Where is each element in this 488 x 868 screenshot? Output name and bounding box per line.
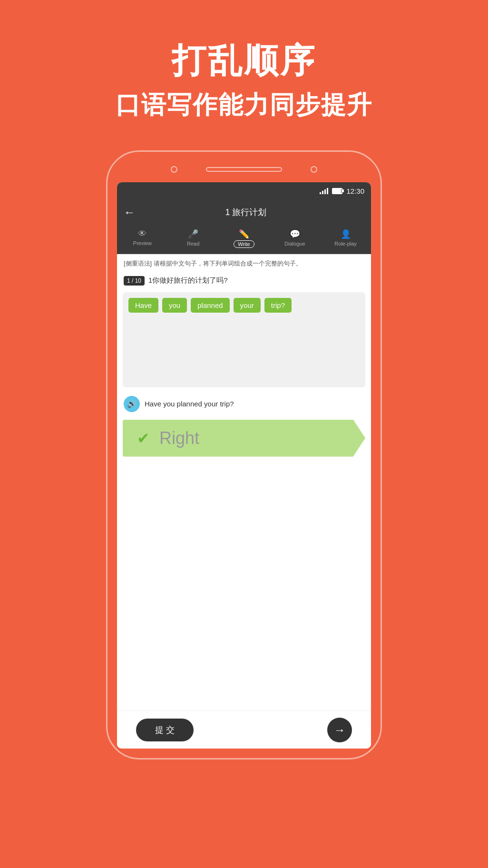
word-chip-planned[interactable]: planned (191, 298, 229, 313)
word-chips: Have you planned your trip? (128, 298, 360, 313)
submit-button[interactable]: 提 交 (136, 719, 194, 741)
result-label: Right (159, 428, 199, 448)
word-area: Have you planned your trip? (123, 292, 365, 387)
tab-preview[interactable]: 👁 Preview (117, 229, 168, 248)
app-title: 1 旅行计划 (142, 207, 364, 218)
content-area: [侧重语法] 请根据中文句子，将下列单词组合成一个完整的句子。 1 / 10 1… (117, 254, 371, 710)
instruction-text: [侧重语法] 请根据中文句子，将下列单词组合成一个完整的句子。 (117, 254, 371, 273)
battery-icon (332, 188, 342, 194)
result-banner: ✔ Right (123, 420, 365, 457)
dialogue-icon: 💬 (290, 229, 300, 239)
word-chip-you[interactable]: you (162, 298, 187, 313)
camera-dot-right (311, 166, 317, 173)
speaker-button[interactable]: 🔊 (124, 396, 140, 412)
answer-text: Have you planned your trip? (145, 400, 234, 408)
header-line1: 打乱顺序 (116, 38, 372, 84)
phone-top-bar (117, 161, 371, 178)
tab-roleplay[interactable]: 👤 Role-play (320, 229, 371, 248)
header-line2: 口语写作能力同步提升 (116, 89, 372, 122)
speaker-bar (206, 167, 282, 172)
answer-row: 🔊 Have you planned your trip? (117, 391, 371, 417)
tab-dialogue-label: Dialogue (284, 240, 305, 247)
app-header: ← 1 旅行计划 (117, 199, 371, 225)
question-text: 1你做好旅行的计划了吗? (148, 276, 228, 285)
tab-write[interactable]: ✏️ Write (219, 229, 270, 248)
word-chip-your[interactable]: your (234, 298, 261, 313)
tab-read-label: Read (187, 240, 199, 247)
phone-frame: 12:30 ← 1 旅行计划 👁 Preview 🎤 Read ✏️ Write… (106, 150, 382, 760)
tab-bar: 👁 Preview 🎤 Read ✏️ Write 💬 Dialogue 👤 R… (117, 225, 371, 254)
check-icon: ✔ (137, 429, 150, 447)
eye-icon: 👁 (138, 229, 146, 239)
word-chip-trip[interactable]: trip? (264, 298, 292, 313)
mic-icon: 🎤 (188, 229, 198, 239)
pencil-icon: ✏️ (239, 229, 249, 239)
roleplay-icon: 👤 (341, 229, 351, 239)
phone-screen: 12:30 ← 1 旅行计划 👁 Preview 🎤 Read ✏️ Write… (117, 182, 371, 749)
camera-dot-left (171, 166, 177, 173)
status-bar: 12:30 (117, 182, 371, 199)
tab-dialogue[interactable]: 💬 Dialogue (269, 229, 320, 248)
tab-preview-label: Preview (133, 240, 152, 247)
tab-roleplay-label: Role-play (334, 240, 356, 247)
bottom-bar: 提 交 → (117, 710, 371, 749)
next-button[interactable]: → (327, 718, 352, 742)
tab-write-label: Write (234, 240, 254, 248)
word-chip-have[interactable]: Have (128, 298, 158, 313)
back-button[interactable]: ← (124, 206, 135, 219)
signal-icon (320, 187, 328, 194)
question-badge: 1 / 10 (124, 276, 145, 286)
speaker-icon: 🔊 (127, 399, 137, 408)
question-row: 1 / 10 1你做好旅行的计划了吗? (117, 273, 371, 288)
tab-read[interactable]: 🎤 Read (168, 229, 219, 248)
status-time: 12:30 (346, 187, 364, 195)
header-section: 打乱顺序 口语写作能力同步提升 (116, 38, 372, 122)
